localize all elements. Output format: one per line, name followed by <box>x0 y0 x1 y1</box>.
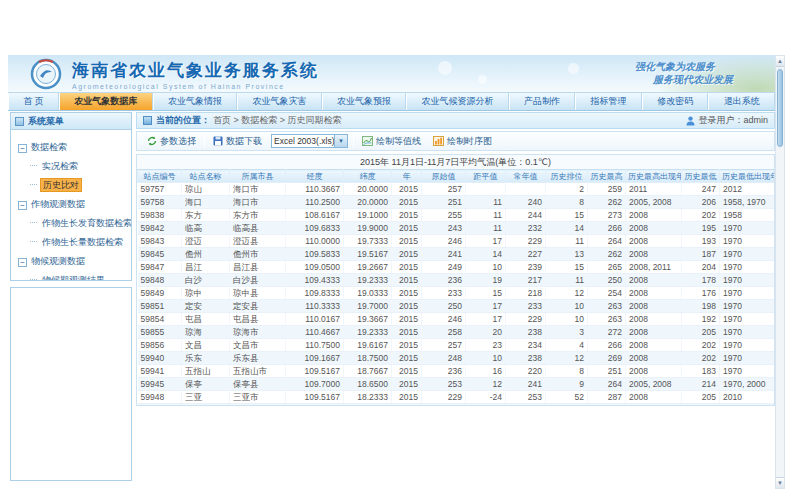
table-cell: 266 <box>588 222 626 235</box>
page-title: 海南省农业气象业务服务系统 <box>72 59 319 82</box>
table-cell: 23 <box>466 339 506 352</box>
table-row[interactable]: 59851定安定安县110.333319.7000201525017233102… <box>138 300 776 313</box>
nav-item[interactable]: 农业气象数据库 <box>59 93 153 110</box>
table-row[interactable]: 59843澄迈澄迈县110.000019.7333201524617229112… <box>138 235 776 248</box>
table-cell: 17 <box>466 300 506 313</box>
tree-child-item[interactable]: 历史比对 <box>30 179 128 192</box>
table-cell: 109.0500 <box>286 261 344 274</box>
sidebar: 系统菜单 −数据检索实况检索历史比对−作物观测数据作物生长发育数据检索作物生长量… <box>10 112 132 481</box>
table-cell: 262 <box>588 196 626 209</box>
nav-item[interactable]: 农业气候资源分析 <box>406 93 509 110</box>
nav-item[interactable]: 指标管理 <box>575 93 642 110</box>
table-row[interactable]: 59945保亭保亭县109.700018.6500201525312241926… <box>138 378 776 391</box>
nav-item[interactable]: 退出系统 <box>708 93 775 110</box>
table-cell: 2015 <box>392 209 422 222</box>
tree-child-item[interactable]: 作物生长发育数据检索 <box>30 217 128 230</box>
table-row[interactable]: 59847昌江昌江县109.050019.2667201524910239152… <box>138 261 776 274</box>
nav-item[interactable]: 产品制作 <box>509 93 576 110</box>
table-cell: 249 <box>422 261 466 274</box>
timeseries-chart-icon <box>433 136 444 146</box>
table-cell: 110.0000 <box>286 235 344 248</box>
table-cell: 临高县 <box>230 222 286 235</box>
tree-child-item[interactable]: 作物生长量数据检索 <box>30 236 128 249</box>
nav-item[interactable]: 农业气象预报 <box>322 93 407 110</box>
table-row[interactable]: 59757琼山海口市110.366720.0000201525722592011… <box>138 183 776 196</box>
table-row[interactable]: 59951万宁万宁市110.366718.8000201525613243927… <box>138 404 776 407</box>
tree-parent-item[interactable]: −数据检索 <box>18 141 128 154</box>
collapse-icon[interactable]: − <box>18 258 27 267</box>
collapse-icon[interactable]: − <box>18 201 27 210</box>
table-cell: 澄迈 <box>182 235 230 248</box>
table-row[interactable]: 59838东方东方市108.616719.1000201525511244152… <box>138 209 776 222</box>
table-row[interactable]: 59941五指山五指山市109.516718.76672015236162208… <box>138 365 776 378</box>
table-cell: 262 <box>588 248 626 261</box>
table-row[interactable]: 59845儋州儋州市109.583319.5167201524114227132… <box>138 248 776 261</box>
table-cell: 59941 <box>138 365 182 378</box>
nav-item[interactable]: 农业气象灾害 <box>237 93 322 110</box>
table-row[interactable]: 59948三亚三亚市109.516718.23332015229-2425352… <box>138 391 776 404</box>
draw-contour-button[interactable]: 绘制等值线 <box>356 133 427 149</box>
format-dropdown[interactable]: Excel 2003(.xls) ▼ <box>271 134 348 148</box>
table-row[interactable]: 59855琼海琼海市110.466719.2333201525820238327… <box>138 326 776 339</box>
table-cell: 11 <box>466 209 506 222</box>
page-subtitle: Agrometeorological System of Hainan Prov… <box>72 83 319 90</box>
tree-parent-item[interactable]: −作物观测数据 <box>18 198 128 211</box>
table-cell: 59940 <box>138 352 182 365</box>
draw-timeseries-label: 绘制时序图 <box>447 135 492 148</box>
param-select-button[interactable]: 参数选择 <box>141 133 202 149</box>
nav-item[interactable]: 修改密码 <box>642 93 709 110</box>
table-row[interactable]: 59842临高临高县109.683319.9000201524311232142… <box>138 222 776 235</box>
table-row[interactable]: 59848白沙白沙县109.433319.2333201523619217112… <box>138 274 776 287</box>
sidebar-header: 系统菜单 <box>11 113 131 130</box>
table-cell: 214 <box>682 378 720 391</box>
table-cell: 15 <box>546 209 588 222</box>
table-cell: 2015 <box>392 261 422 274</box>
table-cell: 253 <box>422 378 466 391</box>
table-row[interactable]: 59758海口海口市110.250020.0000201525111240826… <box>138 196 776 209</box>
tree-child-item[interactable]: 物候期观测结果 <box>30 274 128 280</box>
tree-child-item[interactable]: 实况检索 <box>30 160 128 173</box>
table-cell: 9 <box>546 378 588 391</box>
table-cell: 12 <box>546 287 588 300</box>
table-cell: 1958 <box>720 209 776 222</box>
table-cell: 1970, 2000 <box>720 378 776 391</box>
collapse-icon[interactable]: − <box>18 144 27 153</box>
table-cell: 10 <box>466 261 506 274</box>
nav-item[interactable]: 首 页 <box>8 93 59 110</box>
table-cell: 18.8000 <box>344 404 392 407</box>
table-cell: 257 <box>422 339 466 352</box>
table-cell: 241 <box>422 248 466 261</box>
tree-parent-item[interactable]: −物候观测数据 <box>18 255 128 268</box>
table-cell: 20 <box>466 326 506 339</box>
table-cell: 2015 <box>392 222 422 235</box>
download-label: 数据下载 <box>226 135 262 148</box>
table-cell: 海口 <box>182 196 230 209</box>
slogan-line1: 强化气象为农服务 <box>635 60 715 73</box>
table-cell: 白沙县 <box>230 274 286 287</box>
table-row[interactable]: 59854屯昌屯昌县110.016719.3667201524617229102… <box>138 313 776 326</box>
results-table: 站点编号站点名称所属市县经度纬度年原始值距平值常年值历史排位历史最高历史最高出现… <box>137 169 775 406</box>
table-cell: 13 <box>546 248 588 261</box>
table-cell: 59757 <box>138 183 182 196</box>
draw-timeseries-button[interactable]: 绘制时序图 <box>427 133 498 149</box>
breadcrumb-prefix: 当前的位置： <box>156 114 210 127</box>
table-cell: 17 <box>466 235 506 248</box>
table-cell: 109.6833 <box>286 222 344 235</box>
table-row[interactable]: 59940乐东乐东县109.166718.7500201524810238122… <box>138 352 776 365</box>
nav-item[interactable]: 农业气象情报 <box>153 93 238 110</box>
table-cell: 2008 <box>626 339 682 352</box>
vertical-scrollbar[interactable]: ▲ ▼ <box>775 55 785 489</box>
download-button[interactable]: 数据下载 <box>207 133 268 149</box>
chevron-down-icon[interactable]: ▼ <box>335 134 348 148</box>
table-cell: 10 <box>546 313 588 326</box>
table-cell: 109.4333 <box>286 274 344 287</box>
table-cell: 232 <box>506 222 546 235</box>
scroll-up-icon[interactable]: ▲ <box>776 56 784 67</box>
scrollbar-thumb[interactable] <box>777 69 783 147</box>
table-cell: 8 <box>546 196 588 209</box>
table-row[interactable]: 59856文昌文昌市110.750019.6167201525723234426… <box>138 339 776 352</box>
scroll-down-icon[interactable]: ▼ <box>776 477 784 488</box>
location-icon <box>143 116 152 125</box>
table-row[interactable]: 59849琼中琼中县109.833319.0333201523315218122… <box>138 287 776 300</box>
table-cell: 4 <box>546 339 588 352</box>
